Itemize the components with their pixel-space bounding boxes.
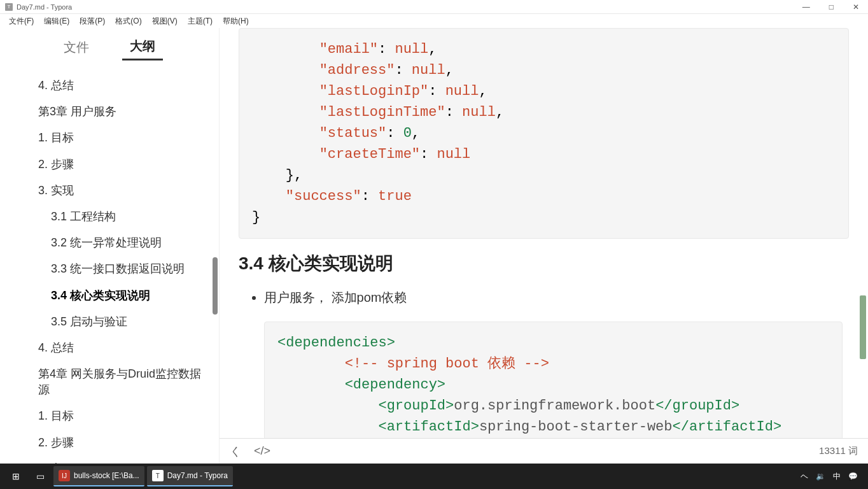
source-toggle[interactable]: </> [254,444,270,458]
menu-theme[interactable]: 主题(T) [184,15,216,28]
tray-overflow-icon[interactable]: ヘ [801,471,808,482]
close-button[interactable]: ✕ [849,3,863,11]
start-button[interactable]: ⊞ [5,466,27,486]
sidebar-scrollbar[interactable] [213,257,218,315]
minimize-button[interactable]: — [799,3,814,11]
outline-item[interactable]: 3.2 统一异常处理说明 [25,230,219,256]
outline-item[interactable]: 第4章 网关服务与Druid监控数据源 [25,361,219,403]
intellij-icon: IJ [59,470,70,481]
menu-file[interactable]: 文件(F) [5,15,38,28]
tab-outline[interactable]: 大纲 [122,34,163,60]
taskbar-typora[interactable]: T Day7.md - Typora [147,466,233,486]
menu-help[interactable]: 帮助(H) [219,15,253,28]
outline-item[interactable]: 3.3 统一接口数据返回说明 [25,256,219,282]
notifications-icon[interactable]: 💬 [848,472,858,481]
back-button[interactable]: く [230,444,241,459]
section-heading: 3.4 核心类实现说明 [239,252,849,276]
menu-format[interactable]: 格式(O) [111,15,145,28]
list-item: 用户服务， 添加pom依赖 [264,287,849,308]
outline-item[interactable]: 1. 目标 [25,403,219,429]
window-title: Day7.md - Typora [17,3,72,11]
outline-list[interactable]: 4. 总结 第3章 用户服务 1. 目标 2. 步骤 3. 实现 3.1 工程结… [0,66,219,464]
outline-item[interactable]: 1. 目标 [25,125,219,151]
sidebar: 文件 大纲 4. 总结 第3章 用户服务 1. 目标 2. 步骤 3. 实现 3… [0,28,220,464]
app-window: T Day7.md - Typora — □ ✕ 文件(F) 编辑(E) 段落(… [0,0,868,489]
xml-code-block[interactable]: <dependencies> <!-- spring boot 依赖 --> <… [264,322,843,438]
outline-item[interactable]: 3.1 工程结构 [25,204,219,230]
ime-indicator[interactable]: 中 [833,471,841,482]
menu-edit[interactable]: 编辑(E) [40,15,73,28]
menubar: 文件(F) 编辑(E) 段落(P) 格式(O) 视图(V) 主题(T) 帮助(H… [0,14,868,28]
outline-item[interactable]: 3. 实现 [25,178,219,204]
word-count[interactable]: 13311 词 [819,445,858,457]
editor-content[interactable]: "email": null, "address": null, "lastLog… [220,28,868,438]
json-code-block[interactable]: "email": null, "address": null, "lastLog… [239,28,849,239]
tab-files[interactable]: 文件 [56,35,97,60]
outline-item[interactable]: 3.5 启动与验证 [25,309,219,335]
statusbar: く </> 13311 词 [220,438,868,464]
outline-item[interactable]: 4. 总结 [25,335,219,361]
bullet-list: 用户服务， 添加pom依赖 [239,287,849,308]
taskview-icon: ▭ [34,471,46,482]
taskbar-intellij[interactable]: IJ bulls-stock [E:\Ba... [53,466,144,486]
taskbar-typora-label: Day7.md - Typora [167,471,228,480]
taskbar-intellij-label: bulls-stock [E:\Ba... [74,471,139,480]
sound-icon[interactable]: 🔉 [816,472,825,481]
system-tray: ヘ 🔉 中 💬 [801,471,863,482]
editor: "email": null, "address": null, "lastLog… [220,28,868,464]
outline-item-active[interactable]: 3.4 核心类实现说明 [25,283,219,309]
app-icon: T [5,3,13,11]
outline-item[interactable]: 2. 步骤 [25,430,219,456]
typora-icon: T [152,470,164,481]
menu-view[interactable]: 视图(V) [148,15,181,28]
windows-icon: ⊞ [10,471,22,482]
outline-item[interactable]: 第3章 用户服务 [25,99,219,125]
outline-item[interactable]: 3. 实现 [25,456,219,464]
outline-item[interactable]: 4. 总结 [25,73,219,99]
sidebar-tabs: 文件 大纲 [0,28,219,66]
maximize-button[interactable]: □ [825,3,837,11]
taskbar: ⊞ ▭ IJ bulls-stock [E:\Ba... T Day7.md -… [0,464,868,489]
editor-scrollbar[interactable] [860,295,866,359]
body-area: 文件 大纲 4. 总结 第3章 用户服务 1. 目标 2. 步骤 3. 实现 3… [0,28,868,464]
menu-paragraph[interactable]: 段落(P) [76,15,109,28]
outline-item[interactable]: 2. 步骤 [25,152,219,178]
titlebar: T Day7.md - Typora — □ ✕ [0,0,868,14]
task-view[interactable]: ▭ [29,466,51,486]
